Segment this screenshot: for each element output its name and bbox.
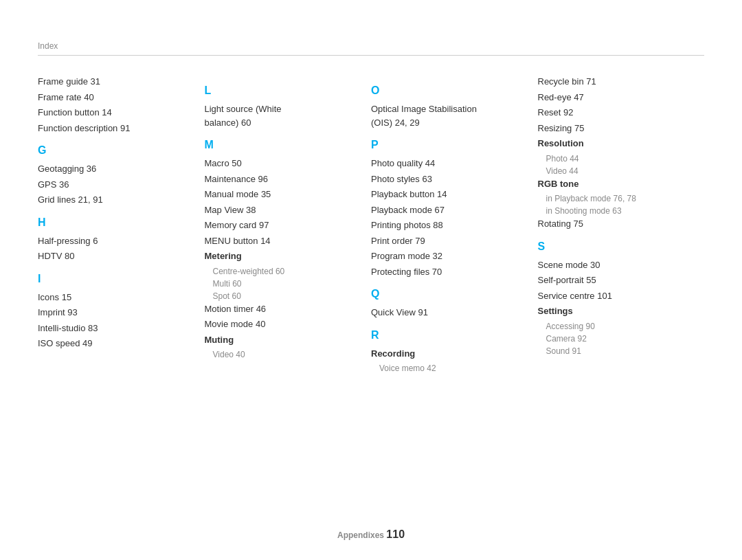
footer: Appendixes 110 (0, 528, 742, 541)
header-divider (38, 55, 704, 56)
list-item: Frame rate 40 (38, 91, 198, 104)
list-item: Rotating 75 (538, 217, 698, 231)
list-item: Macro 50 (205, 157, 365, 170)
list-item: in Playback mode 76, 78 (538, 192, 698, 205)
list-item: Imprint 93 (38, 306, 198, 320)
index-columns: Frame guide 31Frame rate 40Function butt… (38, 75, 704, 374)
list-item: Accessing 90 (538, 320, 698, 333)
list-item: Resolution (538, 137, 698, 150)
section-letter-G: G (38, 144, 198, 157)
section-letter-P: P (371, 139, 531, 151)
list-item: Function button 14 (38, 106, 198, 120)
list-item: Muting (205, 333, 365, 347)
list-item: Video 44 (538, 165, 698, 177)
list-item: Scene mode 30 (538, 258, 698, 272)
section-letter-R: R (371, 329, 531, 341)
list-item: Photo 44 (538, 153, 698, 165)
list-item: Red-eye 47 (538, 91, 698, 104)
list-item: Light source (White balance) 60 (205, 102, 365, 129)
list-item: Centre-weighted 60 (205, 265, 365, 278)
list-item: Settings (538, 304, 698, 318)
list-item: Recording (371, 347, 531, 361)
list-item: Spot 60 (205, 290, 365, 302)
list-item: Recycle bin 71 (538, 75, 698, 89)
list-item: Service centre 101 (538, 289, 698, 303)
list-item: RGB tone (538, 177, 698, 191)
list-item: Voice memo 42 (371, 362, 531, 374)
list-item: Movie mode 40 (205, 317, 365, 331)
list-item: Motion timer 46 (205, 302, 365, 316)
list-item: Icons 15 (38, 291, 198, 304)
list-item: Camera 92 (538, 333, 698, 345)
list-item: Video 40 (205, 348, 365, 361)
list-item: Protecting files 70 (371, 265, 531, 279)
list-item: Photo styles 63 (371, 172, 531, 186)
list-item: Maintenance 96 (205, 172, 365, 186)
section-letter-S: S (538, 240, 698, 253)
list-item: Function description 91 (38, 122, 198, 135)
section-letter-O: O (371, 85, 531, 97)
list-item: Sound 91 (538, 345, 698, 357)
section-letter-I: I (38, 273, 198, 285)
list-item: Photo quality 44 (371, 157, 531, 170)
list-item: Half-pressing 6 (38, 234, 198, 248)
column-3: Recycle bin 71Red-eye 47Reset 92Resizing… (538, 75, 705, 374)
header-label: Index (38, 41, 704, 51)
list-item: Program mode 32 (371, 249, 531, 263)
list-item: GPS 36 (38, 178, 198, 192)
section-letter-M: M (205, 139, 365, 151)
section-letter-Q: Q (371, 288, 531, 300)
list-item: Frame guide 31 (38, 75, 198, 89)
column-2: OOptical Image Stabilisation (OIS) 24, 2… (371, 75, 538, 374)
list-item: Reset 92 (538, 106, 698, 120)
list-item: MENU button 14 (205, 234, 365, 248)
section-letter-L: L (205, 85, 365, 97)
list-item: Intelli-studio 83 (38, 322, 198, 335)
list-item: Playback mode 67 (371, 203, 531, 217)
list-item: Manual mode 35 (205, 188, 365, 201)
footer-prefix: Appendixes (337, 530, 386, 540)
list-item: Print order 79 (371, 234, 531, 248)
list-item: Grid lines 21, 91 (38, 193, 198, 207)
list-item: in Shooting mode 63 (538, 205, 698, 217)
list-item: Printing photos 88 (371, 219, 531, 232)
page: Index Frame guide 31Frame rate 40Functio… (0, 0, 742, 560)
footer-page: 110 (386, 528, 405, 540)
list-item: ISO speed 49 (38, 337, 198, 350)
list-item: Memory card 97 (205, 219, 365, 232)
list-item: Metering (205, 249, 365, 263)
list-item: Quick View 91 (371, 306, 531, 320)
list-item: Multi 60 (205, 278, 365, 290)
list-item: Resizing 75 (538, 122, 698, 135)
column-1: LLight source (White balance) 60MMacro 5… (205, 75, 372, 374)
list-item: Optical Image Stabilisation (OIS) 24, 29 (371, 102, 531, 129)
list-item: Playback button 14 (371, 188, 531, 201)
column-0: Frame guide 31Frame rate 40Function butt… (38, 75, 205, 374)
list-item: Geotagging 36 (38, 162, 198, 176)
list-item: Self-portrait 55 (538, 273, 698, 287)
list-item: Map View 38 (205, 203, 365, 217)
list-item: HDTV 80 (38, 249, 198, 263)
section-letter-H: H (38, 216, 198, 229)
